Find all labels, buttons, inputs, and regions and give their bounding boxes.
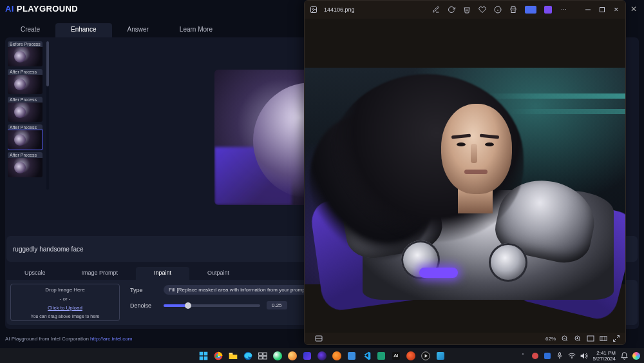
media-icon[interactable] (420, 350, 431, 362)
app-brand: AI PLAYGROUND (5, 4, 78, 14)
delete-icon[interactable] (463, 6, 471, 14)
main-tabs: Create Enhance Answer Learn More (5, 23, 228, 37)
taskview-icon[interactable] (257, 350, 269, 362)
svg-line-21 (617, 336, 620, 338)
drop-hint: You can drag above image to here (31, 314, 100, 319)
mic-icon[interactable] (556, 352, 564, 360)
info-icon[interactable] (494, 6, 502, 14)
svg-rect-32 (259, 353, 263, 355)
close-icon[interactable]: ✕ (629, 4, 639, 14)
edit-icon[interactable] (432, 6, 440, 14)
thumbnail-item[interactable]: After Process (8, 97, 43, 122)
svg-rect-5 (511, 10, 515, 13)
tray-chevron-icon[interactable]: ˄ (519, 352, 527, 360)
viewer-toolbar: ⋯ ✕ (432, 6, 620, 14)
drop-upload-link[interactable]: Click to Upload (48, 305, 82, 311)
explorer-icon[interactable] (227, 350, 239, 362)
thumbnail-item[interactable]: After Process (8, 152, 43, 177)
subtab-upscale[interactable]: Upscale (6, 267, 64, 280)
taskbar-app[interactable] (346, 350, 357, 362)
chrome-icon[interactable] (213, 350, 224, 362)
image-viewer-window: 144106.png ⋯ ✕ (304, 0, 626, 345)
thumbnail-label: After Process (8, 152, 43, 158)
thumbnail-item[interactable]: After Process (8, 124, 43, 150)
zoom-in-icon[interactable] (574, 335, 582, 342)
taskbar-center: AI (198, 350, 446, 362)
denoise-slider-thumb[interactable] (185, 302, 191, 309)
minimize-icon[interactable] (584, 6, 592, 14)
svg-line-22 (614, 339, 616, 342)
blender-icon[interactable] (331, 350, 343, 362)
print-icon[interactable] (509, 6, 517, 14)
zoom-out-icon[interactable] (561, 335, 569, 342)
tab-answer[interactable]: Answer (112, 23, 164, 37)
notifications-icon[interactable] (620, 352, 628, 360)
subtab-outpaint[interactable]: Outpaint (189, 267, 247, 280)
taskbar-right: ˄ 2:41 PM 5/27/2024 (519, 350, 640, 362)
taskbar-app[interactable] (301, 350, 313, 362)
svg-line-16 (579, 340, 580, 341)
window-close-icon[interactable]: ✕ (612, 6, 620, 14)
thumbnail-column: Before Process After Process After Proce… (8, 41, 45, 190)
start-icon[interactable] (198, 350, 209, 362)
thumbnail-label: After Process (8, 124, 43, 130)
copilot-icon[interactable] (632, 352, 640, 360)
svg-rect-24 (204, 351, 208, 355)
more-icon[interactable]: ⋯ (560, 6, 567, 14)
clock-date: 5/27/2024 (592, 356, 616, 362)
svg-rect-17 (587, 336, 594, 341)
image-dropzone[interactable]: Drop Image Here - or - Click to Upload Y… (10, 284, 120, 321)
footer-credit: AI Playground from Intel Corporation htt… (5, 336, 132, 342)
denoise-slider[interactable] (164, 304, 260, 307)
prompt-text: ruggedly handsome face (13, 246, 84, 253)
tray-app-icon[interactable] (531, 352, 539, 360)
volume-icon[interactable] (580, 352, 588, 360)
thumbnail-image (8, 47, 43, 66)
onedrive-badge[interactable] (525, 6, 536, 14)
taskbar-clock[interactable]: 2:41 PM 5/27/2024 (592, 350, 616, 362)
thumbnail-image (8, 103, 43, 122)
viewer-title-left: 144106.png (310, 6, 355, 14)
thumbnail-image (8, 130, 43, 150)
denoise-label: Denoise (130, 302, 157, 309)
credit-link[interactable]: http://arc.intel.com (90, 336, 132, 342)
davinci-icon[interactable] (316, 350, 328, 362)
thumbnail-scrollbar[interactable] (46, 41, 49, 190)
art-eye (457, 142, 466, 146)
tray-app-icon[interactable] (544, 352, 551, 360)
photos-icon[interactable] (435, 350, 446, 362)
vscode-icon[interactable] (361, 350, 372, 362)
viewer-canvas[interactable] (305, 19, 625, 333)
edge-icon[interactable] (242, 350, 254, 362)
tab-create[interactable]: Create (5, 23, 55, 37)
art-eye (485, 142, 494, 146)
fit-icon[interactable] (587, 335, 594, 342)
wifi-icon[interactable] (568, 352, 576, 360)
taskbar-app[interactable] (287, 350, 298, 362)
fullscreen-icon[interactable] (612, 335, 620, 342)
subtab-inpaint[interactable]: Inpaint (136, 267, 189, 280)
viewer-titlebar: 144106.png ⋯ ✕ (305, 1, 625, 19)
thumbnail-item[interactable]: After Process (8, 69, 43, 94)
type-fill-pill[interactable]: Fill [Replace masked area with informati… (164, 285, 313, 295)
rotate-icon[interactable] (448, 6, 455, 14)
taskbar-app[interactable] (405, 350, 417, 362)
heart-icon[interactable] (478, 6, 486, 14)
taskbar-app[interactable]: AI (390, 350, 402, 362)
filmstrip-icon[interactable] (315, 335, 323, 342)
windows-taskbar: AI ˄ 2:41 PM 5/27/2024 (0, 348, 644, 363)
svg-rect-35 (263, 356, 267, 358)
taskbar-app[interactable] (272, 350, 283, 362)
maximize-icon[interactable] (598, 6, 606, 14)
actual-size-icon[interactable] (600, 335, 607, 342)
tab-learnmore[interactable]: Learn More (164, 23, 228, 37)
taskbar-app[interactable] (375, 350, 387, 362)
clipchamp-badge[interactable] (544, 6, 552, 14)
drop-line1: Drop Image Here (45, 287, 84, 293)
image-icon (310, 6, 317, 14)
thumbnail-image (8, 158, 43, 177)
type-label: Type (130, 287, 157, 293)
tab-enhance[interactable]: Enhance (55, 23, 111, 37)
subtab-imageprompt[interactable]: Image Prompt (64, 267, 137, 280)
thumbnail-item[interactable]: Before Process (8, 41, 43, 66)
